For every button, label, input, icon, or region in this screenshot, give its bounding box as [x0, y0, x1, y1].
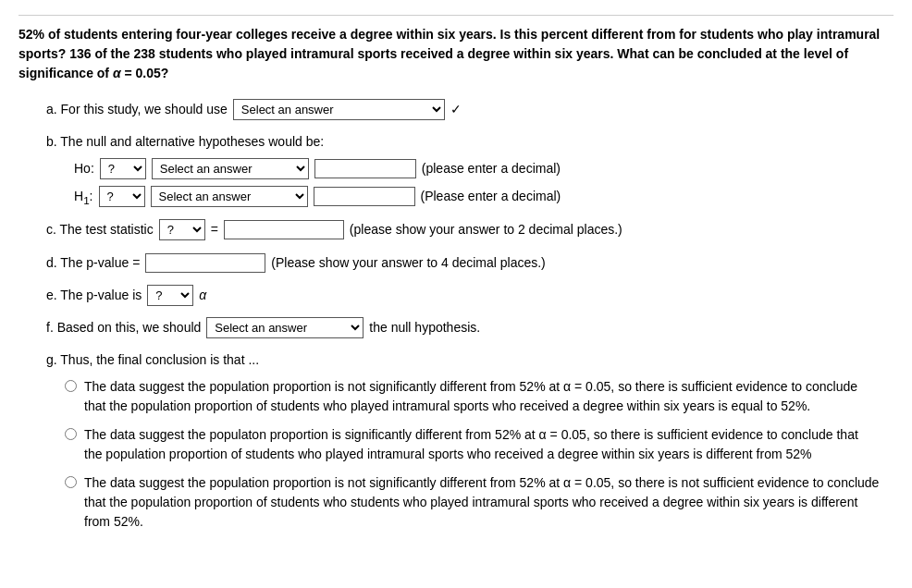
part-a-label: a. For this study, we should use — [46, 98, 228, 121]
conclusion-option-3[interactable]: The data suggest the population proporti… — [18, 473, 894, 532]
study-type-select[interactable]: Select an answer a z-test for a populati… — [233, 99, 445, 120]
h1-decimal-hint: (Please enter a decimal) — [421, 185, 561, 208]
h1-label: H1: — [74, 185, 93, 210]
h1-answer-select[interactable]: Select an answer = ≠ < > ≤ ≥ — [151, 186, 308, 207]
conclusion-radio-3[interactable] — [65, 476, 77, 488]
p-value-input[interactable] — [145, 253, 265, 273]
test-stat-input[interactable] — [224, 220, 344, 239]
ho-symbol-select[interactable]: ? p μ x̄ — [100, 158, 146, 179]
ho-label: Ho: — [74, 157, 94, 180]
part-f-label: f. Based on this, we should — [46, 316, 201, 339]
null-hypothesis-action-select[interactable]: Select an answer reject fail to reject a… — [206, 317, 364, 338]
part-b-label: b. The null and alternative hypotheses w… — [46, 130, 894, 153]
ho-decimal-hint: (please enter a decimal) — [422, 157, 561, 180]
h1-symbol-select[interactable]: ? p μ x̄ — [99, 186, 145, 207]
part-d-hint: (Please show your answer to 4 decimal pl… — [271, 251, 545, 275]
conclusion-radio-2[interactable] — [65, 428, 77, 440]
test-stat-symbol-select[interactable]: ? z t — [159, 219, 205, 240]
conclusion-option-1[interactable]: The data suggest the population proporti… — [18, 377, 894, 416]
part-d-label: d. The p-value = — [46, 251, 140, 275]
part-c-equals: = — [211, 218, 218, 241]
part-e-label: e. The p-value is — [46, 284, 142, 307]
ho-value-input[interactable] — [314, 159, 416, 178]
part-c-hint: (please show your answer to 2 decimal pl… — [350, 218, 622, 241]
conclusion-option-2[interactable]: The data suggest the populaton proportio… — [18, 425, 894, 464]
conclusion-option-1-text: The data suggest the population proporti… — [84, 377, 880, 416]
part-g-label: g. Thus, the final conclusion is that ..… — [46, 349, 894, 372]
ho-answer-select[interactable]: Select an answer = ≠ < > ≤ ≥ — [152, 158, 309, 179]
p-value-comparison-select[interactable]: ? < > = — [147, 285, 193, 306]
dropdown-arrow-indicator: ✓ — [450, 98, 462, 121]
h1-value-input[interactable] — [314, 187, 415, 206]
part-c-label: c. The test statistic — [46, 218, 154, 241]
part-f-suffix: the null hypothesis. — [369, 316, 480, 339]
conclusion-radio-1[interactable] — [65, 380, 77, 392]
problem-text: 52% of students entering four-year colle… — [18, 25, 894, 83]
conclusion-option-3-text: The data suggest the population proporti… — [84, 473, 880, 532]
alpha-symbol: α — [199, 284, 206, 307]
conclusion-option-2-text: The data suggest the populaton proportio… — [84, 425, 880, 464]
